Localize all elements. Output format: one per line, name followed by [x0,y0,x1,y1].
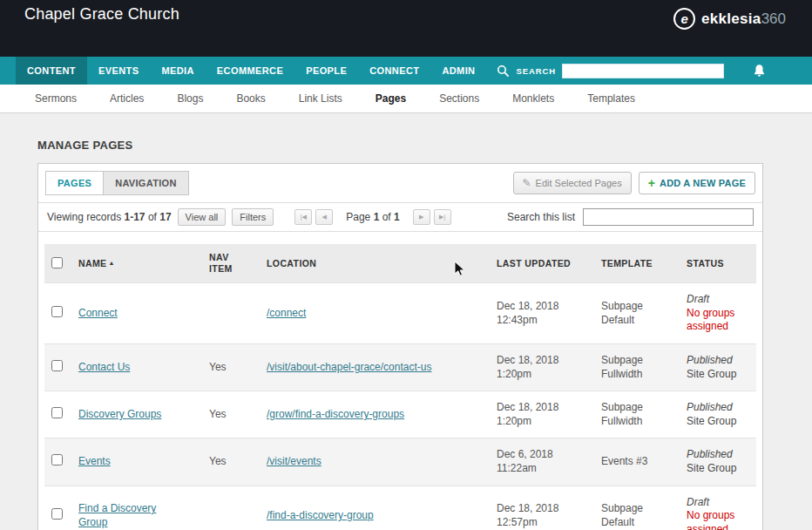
table-row: Contact Us Yes /visit/about-chapel-grace… [44,344,756,391]
page-name-link[interactable]: Events [78,455,111,467]
status-cell: DraftNo groups assigned [682,283,756,344]
edit-selected-pages-button[interactable]: ✎ Edit Selected Pages [513,172,632,194]
edit-icon: ✎ [523,177,531,189]
select-all-checkbox[interactable] [51,257,63,268]
main-nav-item-ecommerce[interactable]: ECOMMERCE [206,57,294,85]
page-indicator: Page 1 of 1 [346,211,399,223]
select-all-cell [44,244,74,283]
page-name-link[interactable]: Find a Discovery Group [78,502,166,529]
column-header-status[interactable]: STATUS [682,244,756,283]
previous-page-button[interactable]: ◀ [315,209,333,225]
filters-button[interactable]: Filters [232,208,274,226]
view-all-button[interactable]: View all [178,208,227,226]
content-subnav: Sermons Articles Blogs Books Link Lists … [0,85,812,113]
main-nav: CONTENT EVENTS MEDIA ECOMMERCE PEOPLE CO… [0,57,812,85]
last-updated-cell: Dec 18, 20181:20pm [492,391,597,438]
page-location-link[interactable]: /grow/find-a-discovery-groups [267,408,404,420]
nav-item-cell: Yes [205,344,262,391]
page-location-link[interactable]: /visit/about-chapel-grace/contact-us [267,361,431,373]
status-cell: DraftNo groups assigned [682,486,756,530]
add-new-page-button[interactable]: + ADD A NEW PAGE [639,172,755,194]
main-nav-item-admin[interactable]: ADMIN [430,57,486,85]
add-new-label: ADD A NEW PAGE [660,178,746,188]
template-cell: SubpageFullwidth [597,344,682,391]
page-name-link[interactable]: Contact Us [78,361,130,373]
column-header-last-updated[interactable]: LAST UPDATED [492,244,597,283]
card-tabs: PAGES NAVIGATION [45,171,189,195]
row-checkbox[interactable] [51,360,63,371]
top-header: Chapel Grace Church e ekklesia360 [0,0,812,57]
row-checkbox[interactable] [51,306,63,317]
first-page-button[interactable]: |◀ [294,209,312,225]
page-title: MANAGE PAGES [37,139,812,152]
subnav-item-books[interactable]: Books [236,92,265,105]
column-header-name[interactable]: NAME▲ [74,244,205,283]
search-icon[interactable] [497,65,510,78]
pages-table: NAME▲ NAV ITEM LOCATION LAST UPDATED TEM… [44,244,756,530]
subnav-item-articles[interactable]: Articles [110,92,144,105]
pages-table-wrap: NAME▲ NAV ITEM LOCATION LAST UPDATED TEM… [38,232,762,530]
template-cell: Events #3 [597,438,682,486]
table-row: Discovery Groups Yes /grow/find-a-discov… [44,391,756,438]
global-search: SEARCH [497,57,724,85]
page-name-link[interactable]: Connect [78,307,118,319]
column-header-location[interactable]: LOCATION [262,244,492,283]
template-cell: SubpageDefault [597,486,682,530]
global-search-input[interactable] [562,64,724,78]
status-cell: PublishedSite Group [682,391,756,438]
last-page-button[interactable]: ▶| [434,209,451,225]
viewing-records-text: Viewing records 1-17 of 17 [47,211,172,223]
main-nav-item-people[interactable]: PEOPLE [294,57,358,85]
subnav-item-templates[interactable]: Templates [587,92,635,105]
nav-item-cell [205,486,262,530]
brand-logo: e ekklesia360 [673,8,786,30]
subnav-item-sermons[interactable]: Sermons [35,92,77,105]
row-checkbox[interactable] [51,407,63,418]
status-cell: PublishedSite Group [682,344,756,391]
main-nav-item-events[interactable]: EVENTS [87,57,150,85]
brand-text: ekklesia360 [701,10,786,28]
card-head: PAGES NAVIGATION ✎ Edit Selected Pages +… [38,164,762,195]
row-checkbox[interactable] [51,508,63,520]
ekklesia-logo-icon: e [673,8,695,30]
last-updated-cell: Dec 18, 201812:57pm [492,486,597,530]
main-content: MANAGE PAGES PAGES NAVIGATION ✎ Edit Sel… [0,139,812,530]
subnav-item-blogs[interactable]: Blogs [177,92,203,105]
subnav-item-sections[interactable]: Sections [439,92,479,105]
main-nav-item-connect[interactable]: CONNECT [358,57,430,85]
page-location-link[interactable]: /connect [267,307,306,319]
last-updated-cell: Dec 18, 20181:20pm [492,344,597,391]
site-title: Chapel Grace Church [24,5,179,24]
column-header-template[interactable]: TEMPLATE [597,244,682,283]
row-checkbox[interactable] [51,454,63,465]
sort-asc-icon: ▲ [109,260,115,266]
main-nav-item-content[interactable]: CONTENT [16,57,87,85]
plus-icon: + [648,177,655,189]
page-name-link[interactable]: Discovery Groups [78,408,161,420]
subnav-item-monklets[interactable]: Monklets [512,92,554,105]
table-row: Find a Discovery Group /find-a-discovery… [44,486,756,530]
table-row: Connect /connect Dec 18, 201812:43pm Sub… [44,283,756,344]
nav-item-cell [205,283,262,344]
nav-item-cell: Yes [205,391,262,438]
table-header-row: NAME▲ NAV ITEM LOCATION LAST UPDATED TEM… [44,244,756,283]
tab-navigation[interactable]: NAVIGATION [103,171,188,195]
next-page-button[interactable]: ▶ [413,209,430,225]
pages-card: PAGES NAVIGATION ✎ Edit Selected Pages +… [37,163,763,530]
main-nav-item-media[interactable]: MEDIA [150,57,205,85]
notifications-bell-icon[interactable] [752,57,767,85]
column-header-nav-item[interactable]: NAV ITEM [205,244,262,283]
template-cell: SubpageFullwidth [597,391,682,438]
last-updated-cell: Dec 18, 201812:43pm [492,283,597,344]
page-location-link[interactable]: /visit/events [267,455,321,467]
screen: { "header": { "site_title": "Chapel Grac… [0,0,812,530]
subnav-item-pages[interactable]: Pages [376,92,406,105]
tab-pages[interactable]: PAGES [45,171,104,195]
list-search-input[interactable] [583,208,754,226]
subnav-item-link-lists[interactable]: Link Lists [299,92,342,105]
table-row: Events Yes /visit/events Dec 6, 201811:2… [44,438,756,486]
pagination: |◀ ◀ Page 1 of 1 ▶ ▶| [294,209,450,225]
template-cell: SubpageDefault [597,283,682,344]
search-label: SEARCH [516,66,556,76]
page-location-link[interactable]: /find-a-discovery-group [267,509,374,521]
